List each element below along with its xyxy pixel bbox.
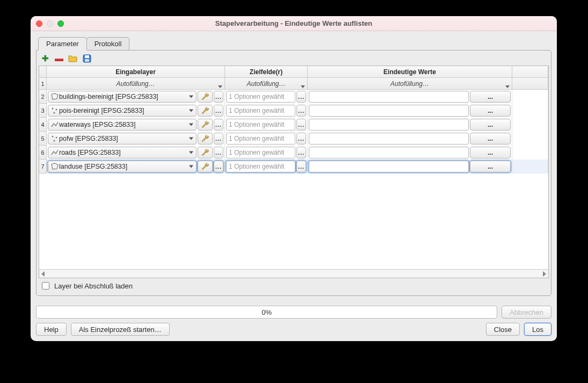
svg-point-5 <box>54 112 55 114</box>
layer-combo[interactable]: landuse [EPSG:25833] <box>48 161 197 172</box>
layer-type-icon <box>50 106 59 115</box>
table-row: 2buildings-bereinigt [EPSG:25833]...1 Op… <box>39 90 548 104</box>
cell-target-fields: 1 Optionen gewählt... <box>225 118 308 132</box>
unique-output-input[interactable] <box>309 105 469 117</box>
target-fields-input[interactable]: 1 Optionen gewählt <box>226 91 295 103</box>
close-button[interactable]: Close <box>486 323 520 336</box>
header-corner <box>39 66 47 78</box>
iterate-button[interactable] <box>198 133 213 144</box>
unique-output-input[interactable] <box>309 133 469 144</box>
iterate-button[interactable] <box>198 119 213 131</box>
cell-unique-values: ... <box>308 160 512 174</box>
layer-combo[interactable]: pofw [EPSG:25833] <box>48 133 197 144</box>
unique-output-browse-button[interactable]: ... <box>470 91 511 103</box>
unique-output-browse-button[interactable]: ... <box>470 119 511 131</box>
unique-output-input[interactable] <box>309 91 469 103</box>
header-input-layer[interactable]: Eingabelayer <box>47 66 225 78</box>
progress-bar: 0% <box>36 306 497 319</box>
cell-target-fields: 1 Optionen gewählt... <box>225 90 308 104</box>
target-fields-input[interactable]: 1 Optionen gewählt <box>226 147 295 158</box>
target-fields-browse-button[interactable]: ... <box>296 133 306 144</box>
unique-output-browse-button[interactable]: ... <box>470 105 511 117</box>
layer-browse-button[interactable]: ... <box>214 119 223 131</box>
target-fields-browse-button[interactable]: ... <box>296 91 306 103</box>
table-row: 6roads [EPSG:25833]...1 Optionen gewählt… <box>39 146 548 160</box>
target-fields-browse-button[interactable]: ... <box>296 161 306 172</box>
cell-input-layer: pofw [EPSG:25833]... <box>47 132 225 146</box>
target-fields-browse-button[interactable]: ... <box>296 119 306 131</box>
autofill-index: 1 <box>39 78 47 90</box>
autofill-layer[interactable]: Autofüllung… <box>47 78 225 90</box>
layer-browse-button[interactable]: ... <box>214 161 223 172</box>
iterate-button[interactable] <box>198 105 213 117</box>
tab-protokoll[interactable]: Protokoll <box>86 37 130 50</box>
add-row-button[interactable]: ✚ <box>40 54 50 63</box>
abort-button[interactable]: Abbrechen <box>502 306 551 319</box>
unique-output-browse-button[interactable]: ... <box>470 161 511 172</box>
svg-point-3 <box>52 108 54 110</box>
run-single-button[interactable]: Als Einzelprozeß starten… <box>71 323 170 336</box>
iterate-button[interactable] <box>198 91 213 103</box>
layer-type-icon <box>50 92 59 101</box>
header-extra <box>512 66 548 78</box>
save-button[interactable] <box>82 54 92 63</box>
unique-output-browse-button[interactable]: ... <box>470 133 511 144</box>
layer-type-icon <box>50 134 59 143</box>
cell-input-layer: roads [EPSG:25833]... <box>47 146 225 160</box>
cell-unique-values: ... <box>308 118 512 132</box>
target-fields-input[interactable]: 1 Optionen gewählt <box>226 105 295 117</box>
table-row: 7landuse [EPSG:25833]...1 Optionen gewäh… <box>39 160 548 174</box>
titlebar: Stapelverarbeitung - Eindeutige Werte au… <box>31 16 557 31</box>
autofill-row: 1 Autofüllung… Autofüllung… Autofüllung… <box>39 78 548 90</box>
horizontal-scrollbar[interactable] <box>39 269 548 278</box>
cell-target-fields: 1 Optionen gewählt... <box>225 132 308 146</box>
load-layers-row: Layer bei Abschluß laden <box>39 278 549 293</box>
target-fields-browse-button[interactable]: ... <box>296 147 306 158</box>
layer-type-icon <box>50 162 59 171</box>
row-index: 3 <box>39 104 47 118</box>
layer-browse-button[interactable]: ... <box>214 105 223 117</box>
run-button[interactable]: Los <box>524 323 551 336</box>
unique-output-input[interactable] <box>309 119 469 131</box>
unique-output-input[interactable] <box>309 161 469 172</box>
cell-target-fields: 1 Optionen gewählt... <box>225 160 308 174</box>
layer-combo[interactable]: pois-bereinigt [EPSG:25833] <box>48 105 197 117</box>
content-area: Parameter Protokoll ✚ ▬ Eingabelayer Zie… <box>31 31 557 341</box>
layer-combo[interactable]: waterways [EPSG:25833] <box>48 119 197 131</box>
layer-browse-button[interactable]: ... <box>214 133 223 144</box>
row-index: 7 <box>39 160 47 174</box>
layer-combo[interactable]: buildings-bereinigt [EPSG:25833] <box>48 91 197 103</box>
cell-target-fields: 1 Optionen gewählt... <box>225 146 308 160</box>
layer-browse-button[interactable]: ... <box>214 147 223 158</box>
target-fields-browse-button[interactable]: ... <box>296 105 306 117</box>
unique-output-browse-button[interactable]: ... <box>470 147 511 158</box>
layer-browse-button[interactable]: ... <box>214 91 223 103</box>
load-layers-checkbox[interactable] <box>42 282 49 290</box>
autofill-target[interactable]: Autofüllung… <box>225 78 308 90</box>
cell-extra <box>512 90 548 104</box>
remove-row-button[interactable]: ▬ <box>54 54 64 63</box>
svg-point-8 <box>54 140 55 142</box>
header-unique-values[interactable]: Eindeutige Werte <box>308 66 512 78</box>
target-fields-input[interactable]: 1 Optionen gewählt <box>226 119 295 131</box>
open-button[interactable] <box>68 54 78 63</box>
iterate-button[interactable] <box>198 147 213 158</box>
cell-extra <box>512 146 548 160</box>
header-target-fields[interactable]: Zielfelde(r) <box>225 66 308 78</box>
cell-extra <box>512 118 548 132</box>
tab-panel: ✚ ▬ Eingabelayer Zielfelde(r) Eindeutige… <box>36 50 551 296</box>
svg-rect-2 <box>85 59 89 62</box>
svg-point-7 <box>56 137 57 139</box>
layer-combo[interactable]: roads [EPSG:25833] <box>48 147 197 158</box>
target-fields-input[interactable]: 1 Optionen gewählt <box>226 161 295 172</box>
target-fields-input[interactable]: 1 Optionen gewählt <box>226 133 295 144</box>
iterate-button[interactable] <box>198 161 213 172</box>
unique-output-input[interactable] <box>309 147 469 158</box>
row-index: 2 <box>39 90 47 104</box>
tab-parameter[interactable]: Parameter <box>38 37 87 50</box>
autofill-unique[interactable]: Autofüllung… <box>308 78 512 90</box>
layer-label: landuse [EPSG:25833] <box>59 163 127 170</box>
help-button[interactable]: Help <box>36 323 67 336</box>
cell-extra <box>512 160 548 174</box>
cell-input-layer: buildings-bereinigt [EPSG:25833]... <box>47 90 225 104</box>
